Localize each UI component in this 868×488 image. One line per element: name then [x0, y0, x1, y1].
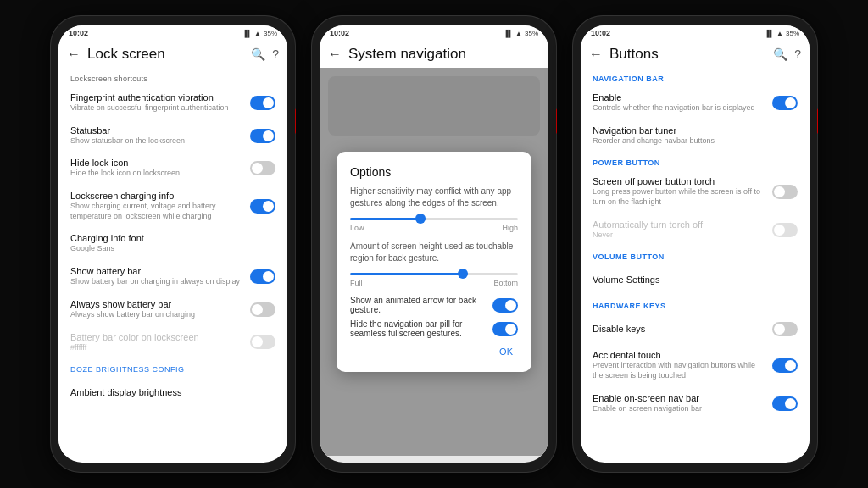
- nav-section-header-3: HARDWARE KEYS: [581, 295, 810, 313]
- btn-title-2-0: Volume Settings: [593, 274, 791, 285]
- top-bar-icons-1: 🔍 ?: [251, 47, 279, 61]
- volume-button-3[interactable]: [817, 108, 818, 134]
- phone-1: 10:02 ▐▌ ▲ 35% ← Lock screen 🔍 ? Lockscr…: [50, 15, 296, 473]
- slider-2-full: Full: [350, 279, 363, 287]
- btn-title-0-1: Navigation bar tuner: [593, 125, 791, 136]
- phone-2-screen: 10:02 ▐▌ ▲ 35% ← System navigation: [320, 25, 548, 463]
- setting-item-2[interactable]: Hide lock icon Hide the lock icon on loc…: [58, 152, 287, 185]
- dialog-overlay: Options Higher sensitivity may conflict …: [320, 68, 548, 456]
- page-title-1: Lock screen: [87, 46, 244, 63]
- btn-toggle-0-0[interactable]: [772, 96, 798, 110]
- search-icon-3[interactable]: 🔍: [773, 47, 787, 61]
- status-icons-1: ▐▌ ▲ 35%: [242, 30, 277, 37]
- btn-setting-0-0[interactable]: Enable Controls whether the navigation b…: [581, 86, 810, 119]
- top-bar-icons-3: 🔍 ?: [773, 47, 801, 61]
- btn-toggle-3-1[interactable]: [772, 358, 798, 373]
- setting-item-ambient[interactable]: Ambient display brightness: [58, 377, 287, 408]
- back-button-1[interactable]: ←: [67, 47, 81, 62]
- volume-button-1[interactable]: [295, 108, 296, 134]
- setting-title-2: Hide lock icon: [70, 158, 243, 168]
- toggle-6[interactable]: [250, 302, 275, 317]
- setting-item-5[interactable]: Show battery bar Show battery bar on cha…: [58, 260, 287, 293]
- dialog-title: Options: [350, 165, 518, 179]
- btn-setting-1-0[interactable]: Screen off power button torch Long press…: [581, 170, 810, 213]
- btn-subtitle-0-0: Controls whether the navigation bar is d…: [593, 103, 765, 114]
- btn-toggle-3-0[interactable]: [772, 322, 798, 336]
- dialog-toggle-1[interactable]: [492, 298, 518, 313]
- search-icon-1[interactable]: 🔍: [251, 47, 265, 61]
- btn-title-0-0: Enable: [593, 92, 765, 103]
- setting-item-3[interactable]: Lockscreen charging info Show charging c…: [58, 185, 287, 227]
- slider-1-low: Low: [350, 224, 364, 232]
- signal-icon-1: ▐▌: [242, 30, 252, 37]
- btn-subtitle-0-1: Reorder and change navbar buttons: [593, 136, 791, 147]
- btn-toggle-1-1: [772, 223, 798, 237]
- setting-subtitle-4: Google Sans: [70, 244, 269, 254]
- help-icon-1[interactable]: ?: [272, 47, 279, 61]
- btn-subtitle-3-2: Enable on screen navigation bar: [593, 404, 765, 414]
- slider-1-track[interactable]: [350, 218, 518, 220]
- toggle-2[interactable]: [250, 161, 275, 175]
- volume-button-2[interactable]: [556, 108, 557, 134]
- setting-title-7: Battery bar color on lockscreen: [70, 332, 243, 342]
- page-title-3: Buttons: [609, 46, 766, 63]
- back-button-2[interactable]: ←: [328, 47, 342, 62]
- help-icon-3[interactable]: ?: [794, 47, 801, 61]
- section-label-1: Lockscreen shortcuts: [58, 68, 287, 86]
- setting-item-4[interactable]: Charging info font Google Sans: [58, 227, 287, 260]
- setting-item-6[interactable]: Always show battery bar Always show batt…: [58, 293, 287, 326]
- btn-setting-0-1[interactable]: Navigation bar tuner Reorder and change …: [581, 119, 810, 152]
- status-icons-3: ▐▌ ▲ 35%: [765, 30, 799, 37]
- dialog-toggle-row-2: Hide the navigation bar pill for seamles…: [350, 319, 518, 338]
- btn-subtitle-3-1: Prevent interaction with navigation butt…: [593, 361, 765, 380]
- btn-toggle-1-0[interactable]: [772, 185, 798, 199]
- buttons-content: NAVIGATION BAR Enable Controls whether t…: [581, 68, 810, 456]
- battery-2: 35%: [525, 30, 538, 37]
- phone-1-screen: 10:02 ▐▌ ▲ 35% ← Lock screen 🔍 ? Lockscr…: [58, 25, 287, 463]
- slider-1-high: High: [502, 224, 518, 232]
- btn-setting-3-0[interactable]: Disable keys: [581, 313, 810, 344]
- slider-2-container: Full Bottom: [350, 273, 518, 287]
- setting-title-3: Lockscreen charging info: [70, 191, 243, 201]
- slider-2-bottom: Bottom: [493, 279, 518, 287]
- toggle-0[interactable]: [250, 96, 275, 110]
- dialog-ok-button[interactable]: OK: [494, 345, 518, 358]
- btn-subtitle-1-0: Long press power button while the screen…: [593, 187, 765, 207]
- wifi-icon-1: ▲: [254, 30, 261, 37]
- dialog-toggle-2[interactable]: [492, 322, 518, 336]
- setting-title-0: Fingerprint authentication vibration: [70, 92, 243, 103]
- slider-2-thumb[interactable]: [458, 269, 468, 279]
- dialog-toggle-row-1: Show an animated arrow for back gesture.: [350, 296, 518, 314]
- btn-title-3-1: Accidental touch: [593, 350, 765, 360]
- setting-item-1[interactable]: Statusbar Show statusbar on the lockscre…: [58, 119, 287, 152]
- dialog-toggle-2-label: Hide the navigation bar pill for seamles…: [350, 319, 492, 338]
- toggle-1[interactable]: [250, 129, 275, 143]
- setting-item-7: Battery bar color on lockscreen #ffffff: [58, 326, 287, 359]
- slider-1-fill: [350, 218, 426, 220]
- time-3: 10:02: [591, 29, 610, 37]
- btn-setting-3-2[interactable]: Enable on-screen nav bar Enable on scree…: [581, 387, 810, 420]
- status-bar-2: 10:02 ▐▌ ▲ 35%: [320, 25, 548, 41]
- status-icons-2: ▐▌ ▲ 35%: [504, 30, 538, 37]
- phones-container: 10:02 ▐▌ ▲ 35% ← Lock screen 🔍 ? Lockscr…: [0, 0, 868, 488]
- slider-2-track[interactable]: [350, 273, 518, 275]
- btn-setting-2-0[interactable]: Volume Settings: [581, 264, 810, 295]
- nav-section-header-0: NAVIGATION BAR: [581, 68, 810, 86]
- setting-item-0[interactable]: Fingerprint authentication vibration Vib…: [58, 86, 287, 119]
- slider-1-labels: Low High: [350, 224, 518, 232]
- setting-subtitle-3: Show charging current, voltage and batte…: [70, 202, 243, 221]
- btn-title-3-0: Disable keys: [593, 324, 765, 334]
- back-button-3[interactable]: ←: [589, 47, 603, 62]
- dialog-toggle-1-label: Show an animated arrow for back gesture.: [350, 296, 492, 314]
- btn-toggle-3-2[interactable]: [772, 396, 798, 411]
- slider-1-thumb[interactable]: [415, 214, 426, 224]
- toggle-3[interactable]: [250, 199, 275, 214]
- toggle-5[interactable]: [250, 269, 275, 284]
- wifi-icon-3: ▲: [776, 30, 783, 37]
- dialog-description: Higher sensitivity may conflict with any…: [350, 186, 518, 209]
- dialog-actions: OK: [350, 345, 518, 358]
- status-bar-3: 10:02 ▐▌ ▲ 35%: [581, 25, 810, 41]
- btn-setting-3-1[interactable]: Accidental touch Prevent interaction wit…: [581, 344, 810, 386]
- btn-title-1-1: Automatically turn torch off: [593, 219, 765, 230]
- signal-icon-2: ▐▌: [504, 30, 513, 37]
